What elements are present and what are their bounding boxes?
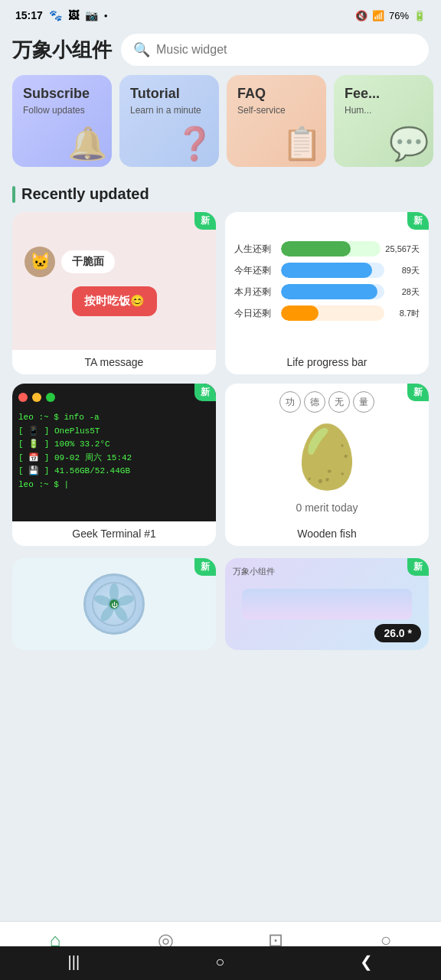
- life-label: Life progress bar: [225, 350, 429, 374]
- val-3: 28天: [389, 286, 420, 298]
- terminal-dot-green: [46, 393, 55, 402]
- battery-text: 76%: [389, 10, 409, 21]
- new-badge-ta: 新: [194, 212, 216, 230]
- recent-apps-button[interactable]: |||: [53, 947, 96, 977]
- mute-icon: 🔇: [355, 10, 368, 21]
- terminal-line-6: leo :~ $ |: [18, 479, 210, 492]
- back-button[interactable]: ❮: [345, 946, 388, 977]
- tutorial-title: Tutorial: [130, 86, 208, 102]
- search-bar[interactable]: 🔍: [121, 34, 429, 66]
- progress-row-3: 本月还剩 28天: [234, 284, 420, 299]
- section-title-text: Recently updated: [21, 185, 149, 203]
- widget-life-progress[interactable]: 新 人生还剩 25,567天 今年还剩: [225, 212, 429, 374]
- ta-name: 干脆面: [61, 250, 115, 273]
- categories-row: Subscribe Follow updates 🔔 Tutorial Lear…: [0, 75, 441, 179]
- fan-circle: ⏻: [83, 573, 145, 635]
- label-3: 本月还剩: [234, 286, 276, 299]
- battery-icon: 🔋: [413, 10, 426, 21]
- life-preview: 人生还剩 25,567天 今年还剩 89天: [225, 212, 429, 350]
- terminal-widget-content: leo :~ $ info -a [ 📱 ] OnePlus5T [ 🔋 ] 1…: [12, 384, 216, 521]
- terminal-preview: leo :~ $ info -a [ 📱 ] OnePlus5T [ 🔋 ] 1…: [12, 384, 216, 521]
- category-faq[interactable]: FAQ Self-service 📋: [227, 75, 326, 167]
- partial-fan-widget[interactable]: 新 ⏻: [12, 558, 216, 650]
- ta-chat-bubble: 🐱 干脆面: [24, 247, 115, 277]
- new-badge-terminal: 新: [194, 384, 216, 401]
- category-feedback[interactable]: Fee... Hum... 💬: [334, 75, 433, 167]
- widget-geek-terminal[interactable]: 新 leo :~ $ info -a [ 📱 ] OnePlus5T [: [12, 384, 216, 546]
- category-tutorial[interactable]: Tutorial Learn in a minute ❓: [119, 75, 219, 167]
- ta-widget-content: 🐱 干脆面 按时吃饭😊: [12, 212, 216, 350]
- partial-ac-widget[interactable]: 新 万象小组件 26.0 *: [225, 558, 429, 650]
- fan-svg: ⏻: [91, 581, 137, 627]
- recently-updated-section: Recently updated: [0, 179, 441, 212]
- bar-fill-1: [281, 241, 351, 256]
- wf-merit-text: 0 merit today: [296, 501, 358, 514]
- home-button[interactable]: ○: [200, 947, 240, 977]
- faq-title: FAQ: [237, 86, 315, 102]
- fish-preview: 功 德 无 量 🥚 0 merit today: [225, 384, 429, 521]
- progress-row-1: 人生还剩 25,567天: [234, 241, 420, 256]
- label-1: 人生还剩: [234, 243, 276, 256]
- ac-temp-display: 26.0 *: [374, 624, 421, 642]
- image-icon: 🖼: [68, 9, 79, 21]
- svg-text:⏻: ⏻: [111, 602, 118, 609]
- terminal-label: Geek Terminal #1: [12, 521, 216, 546]
- life-widget-content: 人生还剩 25,567天 今年还剩 89天: [225, 212, 429, 350]
- subscribe-icon: 🔔: [67, 125, 107, 162]
- subscribe-title: Subscribe: [23, 86, 101, 102]
- status-icons: 🔇 📶 76% 🔋: [355, 10, 426, 21]
- new-badge-fan: 新: [194, 558, 216, 576]
- search-input[interactable]: [156, 43, 416, 57]
- terminal-line-4: [ 📅 ] 09-02 周六 15:42: [18, 452, 210, 466]
- new-badge-fish: 新: [407, 384, 429, 401]
- category-subscribe[interactable]: Subscribe Follow updates 🔔: [12, 75, 112, 167]
- bar-bg-4: [281, 305, 384, 321]
- partial-widget-grid: 新 ⏻ 新 万象小组件: [0, 558, 441, 727]
- status-time: 15:17 🐾 🖼 📷 ●: [15, 9, 108, 21]
- app-header: 万象小组件 🔍: [0, 28, 441, 75]
- wf-tags: 功 德 无 量: [279, 391, 374, 413]
- signal-icon: 🐾: [49, 9, 62, 21]
- wf-tag-4: 量: [353, 391, 374, 413]
- wf-tag-1: 功: [279, 391, 301, 413]
- label-2: 今年还剩: [234, 264, 276, 277]
- bar-fill-3: [281, 284, 377, 299]
- bar-bg-1: [281, 241, 381, 256]
- terminal-line-3: [ 🔋 ] 100% 33.2°C: [18, 438, 210, 452]
- wf-tag-3: 无: [328, 391, 350, 413]
- feedback-subtitle: Hum...: [345, 105, 423, 116]
- ta-label: TA message: [12, 350, 216, 374]
- new-badge-ac: 新: [407, 558, 429, 576]
- subscribe-subtitle: Follow updates: [23, 105, 101, 116]
- bar-bg-3: [281, 284, 384, 299]
- wifi-icon: 📶: [372, 10, 384, 21]
- tutorial-subtitle: Learn in a minute: [130, 105, 208, 116]
- terminal-line-2: [ 📱 ] OnePlus5T: [18, 425, 210, 439]
- ac-header: 万象小组件: [233, 566, 275, 577]
- terminal-dot-red: [18, 393, 28, 402]
- camera-icon: 📷: [85, 9, 98, 21]
- terminal-info-3: [ 📅 ] 09-02 周六 15:42: [18, 452, 132, 466]
- tutorial-icon: ❓: [175, 125, 214, 162]
- section-bar-accent: [12, 186, 15, 203]
- terminal-dot-yellow: [32, 393, 41, 402]
- wooden-fish-image: 🥚: [289, 426, 365, 488]
- app-title: 万象小组件: [12, 37, 112, 64]
- bar-fill-2: [281, 263, 372, 278]
- bar-bg-2: [281, 263, 384, 278]
- label-4: 今日还剩: [234, 307, 276, 320]
- widget-ta-message[interactable]: 新 🐱 干脆面 按时吃饭😊 TA message: [12, 212, 216, 374]
- svg-point-2: [109, 583, 119, 602]
- progress-row-2: 今年还剩 89天: [234, 263, 420, 278]
- val-1: 25,567天: [385, 243, 420, 255]
- val-2: 89天: [389, 265, 420, 276]
- progress-row-4: 今日还剩 8.7时: [234, 305, 420, 321]
- widget-wooden-fish[interactable]: 新 功 德 无 量 🥚 0 merit today Wooden fish: [225, 384, 429, 546]
- fan-widget-content: ⏻: [12, 558, 216, 650]
- ta-message-text: 按时吃饭😊: [72, 286, 157, 316]
- fish-label: Wooden fish: [225, 521, 429, 546]
- system-nav-bar: ||| ○ ❮: [0, 946, 441, 980]
- ta-avatar: 🐱: [24, 247, 55, 277]
- bar-fill-4: [281, 305, 318, 321]
- status-bar: 15:17 🐾 🖼 📷 ● 🔇 📶 76% 🔋: [0, 0, 441, 28]
